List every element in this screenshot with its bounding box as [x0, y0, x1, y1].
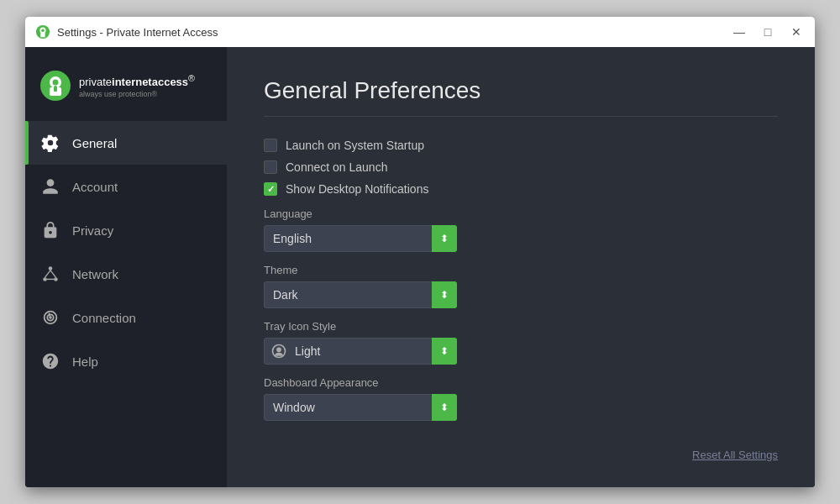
- sidebar-item-help[interactable]: Help: [25, 339, 227, 383]
- tray-icon-label: Tray Icon Style: [264, 320, 778, 333]
- theme-group: Theme Dark Light System ⬍: [264, 264, 778, 308]
- app-window: Settings - Private Internet Access — □ ✕: [25, 17, 815, 487]
- window-controls: — □ ✕: [731, 24, 805, 40]
- privacy-label: Privacy: [72, 223, 113, 238]
- show-notifications-row: ✓ Show Desktop Notifications: [264, 182, 778, 196]
- theme-label: Theme: [264, 264, 778, 276]
- reset-link-container: Reset All Settings: [264, 430, 778, 462]
- sidebar-item-connection[interactable]: Connection: [25, 296, 227, 339]
- tray-icon-group: Tray Icon Style Light Dark: [264, 320, 778, 365]
- window-title: Settings - Private Internet Access: [57, 26, 731, 39]
- main-layout: privateinternetaccess® always use protec…: [25, 47, 815, 487]
- connect-launch-checkbox[interactable]: [264, 160, 277, 174]
- language-label: Language: [264, 207, 778, 220]
- account-label: Account: [72, 180, 118, 194]
- language-select[interactable]: English Spanish French German: [264, 225, 457, 252]
- svg-line-14: [50, 270, 55, 277]
- reset-all-settings-link[interactable]: Reset All Settings: [692, 449, 778, 461]
- dashboard-label: Dashboard Appearance: [264, 376, 778, 389]
- sidebar-logo: privateinternetaccess® always use protec…: [25, 47, 227, 121]
- svg-point-6: [53, 80, 59, 86]
- dashboard-select[interactable]: Window Attached: [264, 394, 457, 421]
- minimize-button[interactable]: —: [731, 24, 748, 40]
- show-notifications-checkbox[interactable]: ✓: [264, 182, 277, 196]
- help-label: Help: [72, 354, 98, 369]
- connection-label: Connection: [72, 311, 136, 325]
- theme-select-wrapper: Dark Light System ⬍: [264, 281, 457, 308]
- help-icon: [40, 351, 60, 371]
- general-label: General: [72, 136, 117, 150]
- checkmark-icon: ✓: [267, 184, 275, 195]
- sidebar-item-account[interactable]: Account: [25, 165, 227, 208]
- svg-rect-2: [40, 33, 45, 37]
- network-icon: [40, 264, 60, 284]
- connection-icon: [40, 307, 60, 328]
- language-group: Language English Spanish French German ⬍: [264, 207, 778, 252]
- dashboard-select-wrapper: Window Attached ⬍: [264, 394, 457, 421]
- svg-point-10: [49, 266, 53, 270]
- connect-launch-label: Connect on Launch: [286, 160, 387, 174]
- general-icon: [40, 133, 60, 153]
- launch-startup-label: Launch on System Startup: [286, 139, 424, 152]
- svg-point-12: [54, 277, 58, 281]
- svg-rect-9: [54, 87, 57, 92]
- svg-point-11: [43, 277, 47, 281]
- svg-point-3: [41, 29, 45, 32]
- sidebar-item-general[interactable]: General: [25, 121, 227, 165]
- page-title: General Preferences: [264, 77, 778, 117]
- title-bar: Settings - Private Internet Access — □ ✕: [25, 17, 815, 47]
- show-notifications-label: Show Desktop Notifications: [286, 182, 428, 196]
- launch-startup-row: Launch on System Startup: [264, 139, 778, 152]
- settings-section: Launch on System Startup Connect on Laun…: [264, 129, 778, 430]
- maximize-button[interactable]: □: [759, 24, 776, 40]
- network-label: Network: [72, 267, 118, 281]
- logo-name: privateinternetaccess®: [79, 73, 195, 89]
- sidebar-item-privacy[interactable]: Privacy: [25, 208, 227, 252]
- logo-text: privateinternetaccess® always use protec…: [79, 73, 195, 98]
- content-area: General Preferences Launch on System Sta…: [227, 47, 815, 487]
- pia-logo-icon: [40, 71, 71, 101]
- sidebar-item-network[interactable]: Network: [25, 252, 227, 296]
- privacy-icon: [40, 220, 60, 240]
- sidebar: privateinternetaccess® always use protec…: [25, 47, 227, 487]
- app-icon: [35, 24, 50, 39]
- close-button[interactable]: ✕: [788, 24, 805, 40]
- connect-launch-row: Connect on Launch: [264, 160, 778, 174]
- language-select-wrapper: English Spanish French German ⬍: [264, 225, 457, 252]
- account-icon: [40, 176, 60, 197]
- nav-list: General Account: [25, 121, 227, 487]
- tray-icon-select-wrapper: Light Dark Colored ⬍: [264, 338, 457, 365]
- dashboard-group: Dashboard Appearance Window Attached ⬍: [264, 376, 778, 421]
- theme-select[interactable]: Dark Light System: [264, 281, 457, 308]
- logo-tagline: always use protection®: [79, 90, 195, 98]
- launch-startup-checkbox[interactable]: [264, 139, 277, 152]
- tray-icon-select[interactable]: Light Dark Colored: [264, 338, 457, 365]
- svg-line-13: [45, 270, 50, 277]
